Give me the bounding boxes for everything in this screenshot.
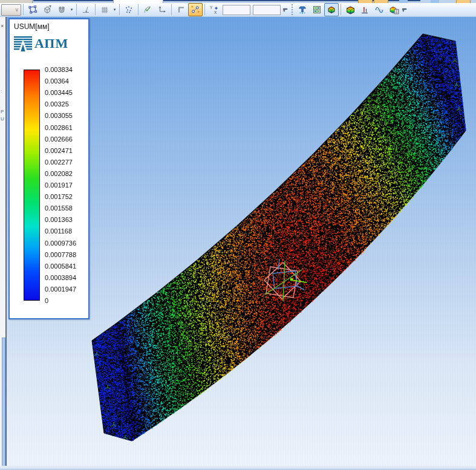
clipped-side-panel: × : P U [0, 17, 7, 467]
legend-tick-value: 0.0005841 [45, 262, 76, 270]
grid-button[interactable] [97, 3, 112, 16]
main-toolbar: ∨ ▾ [0, 3, 476, 17]
view-combobox[interactable]: ∨ [1, 4, 21, 16]
legend-tick-value: 0.0001947 [45, 285, 76, 293]
legend-tick-value: 0.002082 [45, 169, 73, 178]
panel-text-fragment: : [1, 88, 2, 94]
results-table-button[interactable] [386, 3, 401, 16]
yx-coordinates-button[interactable]: Y X [207, 3, 221, 16]
perpendicular-icon [81, 5, 91, 15]
legend-title: USUM[мм] [14, 22, 50, 31]
apm-logo-icon [14, 36, 32, 51]
measure-points-icon [191, 5, 200, 15]
reactions-icon [360, 5, 370, 15]
chevron-down-icon: ∨ [15, 7, 19, 13]
legend-tick-value: 0.0009736 [45, 239, 76, 247]
svg-text:Y: Y [210, 5, 213, 10]
dropdown-arrow-icon: ▾ [71, 7, 73, 12]
magnet-dropdown[interactable]: ▾ [69, 4, 74, 16]
legend-tick-value: 0.003834 [45, 65, 73, 74]
results-legend-panel: USUM[мм] АПМ 0.0038340.003640.0034450.00… [8, 18, 90, 319]
legend-tick-value: 0.00364 [45, 77, 69, 85]
legend-tick-value: 0.002861 [45, 123, 73, 132]
grid-dropdown[interactable]: ▾ [112, 4, 117, 16]
legend-tick-value: 0.003445 [45, 88, 73, 97]
angle-check-button[interactable] [140, 3, 155, 16]
window-bottom-strip [0, 466, 476, 470]
axes-arrow-button[interactable] [155, 3, 169, 16]
panel-scrollbar-thumb[interactable] [2, 338, 5, 470]
legend-tick-value: 0 [45, 296, 48, 305]
rainbow-cube-icon [345, 5, 356, 15]
panel-text-fragment: U [1, 116, 4, 122]
corner-button[interactable] [174, 3, 188, 16]
results-table-icon [389, 5, 399, 15]
reactions-button[interactable] [357, 3, 372, 16]
toolbar-overflow-button[interactable]: ▬▾ [401, 4, 408, 16]
toolbar-grip[interactable] [290, 4, 293, 15]
overflow-icon: ▬▾ [283, 7, 287, 12]
results-map-button[interactable] [324, 3, 339, 16]
panel-text-fragment: P [1, 109, 4, 114]
svg-text:X: X [214, 10, 217, 15]
rainbow-cube-button[interactable] [343, 3, 357, 16]
axes-arrow-icon [157, 5, 167, 15]
close-icon[interactable]: × [1, 23, 4, 29]
extrude-button[interactable] [40, 3, 54, 16]
angle-check-icon [143, 5, 152, 15]
legend-tick-value: 0.0003894 [45, 273, 76, 282]
yx-coordinates-icon: Y X [209, 5, 219, 15]
solve-hammer-icon [298, 5, 307, 15]
toolbar-separator [76, 4, 77, 15]
magnet-button[interactable] [54, 3, 69, 16]
matrix-button[interactable] [310, 3, 324, 16]
scatter-points-button[interactable] [122, 3, 136, 16]
toolbar-overflow-button[interactable]: ▬▾ [282, 4, 289, 16]
toolbar-separator [23, 4, 24, 15]
legend-tick-value: 0.001363 [45, 215, 73, 224]
legend-tick-value: 0.002277 [45, 158, 73, 166]
dropdown-arrow-icon: ▾ [114, 7, 116, 12]
apm-structure3d-window: { "toolbar": { "combo_value": "", "icons… [0, 0, 476, 470]
mode-curve-icon [374, 5, 384, 15]
sketch-polygon-icon [28, 5, 37, 15]
solve-button[interactable] [295, 3, 310, 16]
legend-tick-value: 0.00325 [45, 100, 69, 108]
extrude-icon [42, 5, 52, 15]
legend-values: 0.0038340.003640.0034450.003250.0030550.… [45, 19, 88, 318]
sketch-polygon-button[interactable] [25, 3, 40, 16]
measure-points-button[interactable] [188, 3, 203, 16]
legend-tick-value: 0.001917 [45, 181, 73, 189]
toolbar-separator [171, 4, 172, 15]
legend-tick-value: 0.002471 [45, 146, 73, 155]
matrix-icon [312, 5, 322, 15]
toolbar-separator [119, 4, 120, 15]
toolbar-separator [95, 4, 96, 15]
legend-tick-value: 0.0007788 [45, 250, 76, 259]
coordinate-y-input[interactable] [253, 5, 281, 15]
corner-icon [176, 5, 186, 15]
mode-curve-button[interactable] [372, 3, 386, 16]
toolbar-separator [204, 4, 205, 15]
results-map-icon [327, 5, 336, 15]
legend-colorbar [24, 70, 40, 301]
grid-icon [100, 5, 109, 15]
scatter-points-icon [124, 5, 134, 15]
toolbar-separator [138, 4, 139, 15]
legend-tick-value: 0.001558 [45, 204, 73, 212]
overflow-icon: ▬▾ [402, 7, 406, 12]
legend-tick-value: 0.003055 [45, 111, 73, 120]
coordinate-x-input[interactable] [223, 5, 250, 15]
magnet-icon [57, 5, 67, 15]
toolbar-separator [341, 4, 341, 15]
legend-tick-value: 0.002666 [45, 135, 73, 143]
legend-tick-value: 0.001752 [45, 192, 73, 201]
legend-tick-value: 0.001168 [45, 227, 72, 235]
perpendicular-button[interactable] [79, 3, 93, 16]
